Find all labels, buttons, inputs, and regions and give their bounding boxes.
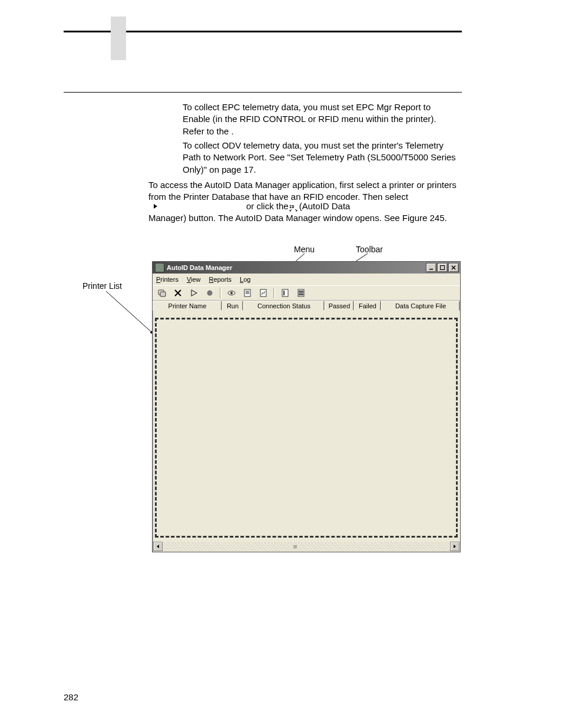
- horizontal-scrollbar[interactable]: [153, 542, 459, 551]
- col-passed[interactable]: Passed: [325, 301, 354, 311]
- toolbar-delete-icon[interactable]: [171, 286, 185, 299]
- svg-rect-21: [299, 294, 303, 295]
- callout-toolbar: Toolbar: [356, 245, 383, 254]
- text: (AutoID Data: [299, 200, 351, 212]
- toolbar-play-icon[interactable]: [187, 286, 201, 299]
- text: or click the: [246, 200, 289, 212]
- callout-printer-list: Printer List: [82, 281, 122, 291]
- toolbar-separator: [273, 288, 275, 298]
- close-button[interactable]: [448, 263, 459, 272]
- svg-rect-16: [282, 289, 288, 297]
- body-paragraph-4: or click the ID (AutoID Data: [153, 200, 465, 212]
- callout-menu: Menu: [294, 245, 315, 254]
- svg-rect-4: [429, 269, 433, 270]
- svg-rect-17: [283, 291, 285, 295]
- menu-log[interactable]: Log: [240, 276, 250, 283]
- scroll-left-button[interactable]: [153, 542, 163, 551]
- col-connection-status[interactable]: Connection Status: [243, 301, 325, 311]
- svg-rect-7: [160, 292, 166, 297]
- col-run[interactable]: Run: [222, 301, 243, 311]
- body-paragraph-2: To collect ODV telemetry data, you must …: [183, 140, 459, 176]
- menu-arrow-icon: [153, 200, 158, 212]
- col-failed[interactable]: Failed: [354, 301, 381, 311]
- menu-view[interactable]: View: [187, 276, 201, 283]
- page-number: 282: [64, 692, 78, 702]
- svg-line-1: [106, 291, 153, 334]
- svg-rect-11: [244, 289, 250, 297]
- toolbar-separator: [220, 288, 222, 298]
- text: .: [232, 126, 234, 136]
- svg-point-8: [207, 291, 213, 296]
- svg-point-10: [230, 292, 233, 294]
- body-paragraph-1: To collect EPC telemetry data, you must …: [183, 101, 459, 137]
- toolbar-report2-icon[interactable]: [256, 286, 270, 299]
- chapter-tab: [111, 17, 126, 60]
- toolbar-printers-icon[interactable]: [155, 286, 169, 299]
- printer-list-area: [153, 310, 459, 542]
- sub-rule: [64, 92, 462, 93]
- menu-reports[interactable]: Reports: [209, 276, 232, 283]
- toolbar-stop-icon[interactable]: [203, 286, 217, 299]
- app-icon: [155, 263, 164, 272]
- text: To collect EPC telemetry data, you must …: [183, 102, 436, 136]
- scroll-grip-icon[interactable]: [292, 542, 298, 551]
- window-title: AutoID Data Manager: [167, 264, 426, 271]
- svg-rect-20: [299, 292, 303, 294]
- svg-text:ID: ID: [289, 205, 294, 209]
- toolbar-log2-icon[interactable]: [294, 286, 308, 299]
- toolbar: [153, 285, 460, 301]
- autoid-icon: ID: [289, 203, 299, 212]
- autoid-window: AutoID Data Manager Printers View Report…: [152, 261, 461, 552]
- toolbar-report1-icon[interactable]: [240, 286, 254, 299]
- toolbar-view-icon[interactable]: [224, 286, 239, 299]
- col-data-capture-file[interactable]: Data Capture File: [381, 301, 460, 311]
- toolbar-log1-icon[interactable]: [278, 286, 292, 299]
- body-paragraph-5: Manager) button. The AutoID Data Manager…: [148, 212, 464, 224]
- titlebar[interactable]: AutoID Data Manager: [153, 262, 460, 274]
- menubar: Printers View Reports Log: [153, 274, 460, 285]
- menu-printers[interactable]: Printers: [156, 276, 178, 283]
- scroll-track[interactable]: [163, 542, 450, 551]
- col-printer-name[interactable]: Printer Name: [153, 301, 222, 311]
- maximize-button[interactable]: [437, 263, 448, 272]
- body-paragraph-3: To access the AutoID Data Manager applic…: [148, 179, 464, 203]
- svg-rect-19: [299, 291, 303, 292]
- scroll-right-button[interactable]: [450, 542, 459, 551]
- svg-rect-5: [441, 266, 445, 270]
- minimize-button[interactable]: [426, 263, 437, 272]
